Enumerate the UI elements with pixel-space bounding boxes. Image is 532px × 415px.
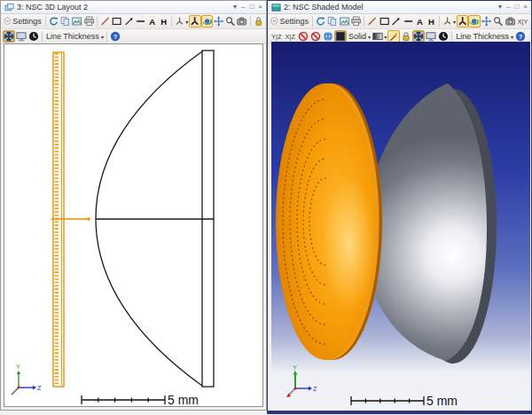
svg-text:?: ? <box>519 33 523 41</box>
zoom-button[interactable] <box>224 15 236 27</box>
layout-canvas[interactable]: Y Z 5 mm <box>4 43 263 407</box>
layout-titlebar[interactable]: 3: NSC 3D Layout 2 ▾ – □ × <box>1 1 266 14</box>
brush-button[interactable] <box>387 30 400 43</box>
snapshot-button[interactable] <box>236 15 247 27</box>
line-thickness-dropdown[interactable]: Line Thickness▾ <box>44 30 105 43</box>
chevron-down-icon: ▾ <box>185 19 188 25</box>
minimize-button[interactable]: – <box>506 3 510 12</box>
copy-button[interactable] <box>326 15 338 27</box>
pin-button[interactable]: ▾ <box>498 3 502 12</box>
toolbar-separator <box>250 16 251 27</box>
window-icon <box>4 3 14 12</box>
color-scheme-dropdown[interactable]: ▾ <box>372 30 387 43</box>
window-title: 3: NSC 3D Layout 2 <box>17 3 88 12</box>
help-button[interactable]: ? <box>514 30 527 43</box>
settings-dropdown[interactable]: Settings <box>270 15 310 27</box>
background-color-button[interactable] <box>334 30 347 43</box>
close-button[interactable]: × <box>523 3 528 12</box>
layout-toolbar-row1: SettingsAH▾ <box>1 14 266 29</box>
lens-wireframe <box>96 51 214 387</box>
chevron-down-icon: ▾ <box>101 34 104 40</box>
opacity-dropdown[interactable]: Solid▾ <box>347 30 372 43</box>
settings-dropdown[interactable]: Settings <box>3 15 43 27</box>
annotate-text-button[interactable]: A <box>414 15 426 27</box>
line-thickness-dropdown[interactable]: Line Thickness▾ <box>454 30 514 43</box>
shaded-viewport[interactable]: Y Z 5 mm <box>271 42 530 410</box>
standalone-window-button[interactable] <box>425 30 437 43</box>
shaded-model-window: 2: NSC Shaded Model ▾ – □ × SettingsAH▾X… <box>267 0 532 414</box>
axis-z-label: Z <box>313 386 317 392</box>
minimize-button[interactable]: – <box>241 3 245 12</box>
pan-button[interactable] <box>213 15 224 27</box>
globe-button[interactable] <box>322 30 334 43</box>
fit-window-button[interactable] <box>3 30 15 43</box>
draw-arrow-button[interactable] <box>390 15 402 27</box>
axis-y-label: Y <box>16 364 20 370</box>
pin-button[interactable]: ▾ <box>233 3 237 12</box>
shaded-render: Y Z 5 mm <box>271 42 530 410</box>
close-button[interactable]: × <box>258 3 262 12</box>
draw-line-button[interactable] <box>99 15 111 27</box>
annotate-h-button[interactable]: H <box>426 15 437 27</box>
svg-text:?: ? <box>113 33 118 41</box>
lock-button[interactable] <box>400 30 412 43</box>
fit-window-button[interactable] <box>412 30 425 43</box>
update-button[interactable] <box>48 15 59 27</box>
animate-button[interactable] <box>437 30 450 43</box>
zoom-button[interactable] <box>492 15 504 27</box>
snapshot-button[interactable] <box>505 15 516 27</box>
toolbar-separator <box>97 16 98 27</box>
help-button[interactable]: ? <box>109 30 121 43</box>
copy-button[interactable] <box>59 15 71 27</box>
toolbar-separator <box>451 31 452 42</box>
pan-button[interactable] <box>481 15 492 27</box>
lock-button[interactable] <box>253 15 264 27</box>
save-image-button[interactable] <box>339 15 350 27</box>
toolbar-separator <box>106 31 107 42</box>
view-yz-button[interactable]: Y|Z <box>270 30 284 43</box>
layout-window: 3: NSC 3D Layout 2 ▾ – □ × SettingsAH▾ L… <box>0 0 267 411</box>
update-button[interactable] <box>315 15 326 27</box>
window-icon <box>271 3 281 12</box>
orientation-dropdown[interactable]: ▾ <box>174 15 189 27</box>
view-xz-button[interactable]: X|Z <box>284 30 298 43</box>
draw-rectangle-button[interactable] <box>379 15 390 27</box>
hide-sources-button[interactable] <box>309 30 322 43</box>
save-image-button[interactable] <box>71 15 82 27</box>
scale-bar <box>82 395 165 404</box>
window-title: 2: NSC Shaded Model <box>284 3 364 12</box>
toolbar-separator <box>42 31 43 42</box>
hide-rays-button[interactable] <box>297 30 309 43</box>
shaded-toolbar-row1: SettingsAH▾X|Y <box>268 14 531 29</box>
animate-button[interactable] <box>27 30 40 43</box>
standalone-window-button[interactable] <box>15 30 27 43</box>
toolbar-separator <box>171 16 172 27</box>
chevron-down-icon: ▾ <box>368 34 371 40</box>
draw-hline-button[interactable] <box>135 15 146 27</box>
annotate-h-button[interactable]: H <box>158 15 169 27</box>
axis-y-label: Y <box>293 364 297 371</box>
toolbar-separator <box>439 16 440 27</box>
isometric-view-button[interactable] <box>189 15 200 27</box>
orbit-button[interactable] <box>468 15 480 27</box>
orbit-button[interactable] <box>201 15 213 27</box>
print-button[interactable] <box>83 15 95 27</box>
orientation-triad: Y Z <box>12 364 42 395</box>
layout-toolbar-row2: Line Thickness▾? <box>1 29 266 44</box>
maximize-button[interactable]: □ <box>514 3 519 12</box>
shaded-titlebar[interactable]: 2: NSC Shaded Model ▾ – □ × <box>268 1 531 14</box>
layout-drawing: Y Z 5 mm <box>4 44 262 406</box>
view-xy-button[interactable]: X|Y <box>516 15 529 27</box>
draw-arrow-button[interactable] <box>123 15 135 27</box>
annotate-text-button[interactable]: A <box>146 15 158 27</box>
isometric-view-button[interactable] <box>457 15 468 27</box>
draw-hline-button[interactable] <box>403 15 414 27</box>
maximize-button[interactable]: □ <box>249 3 254 12</box>
draw-line-button[interactable] <box>366 15 378 27</box>
draw-rectangle-button[interactable] <box>111 15 122 27</box>
orientation-dropdown[interactable]: ▾ <box>442 15 457 27</box>
chevron-down-icon: ▾ <box>511 34 513 40</box>
shaded-fresnel-lens <box>276 83 382 360</box>
toolbar-separator <box>45 16 46 27</box>
print-button[interactable] <box>350 15 362 27</box>
